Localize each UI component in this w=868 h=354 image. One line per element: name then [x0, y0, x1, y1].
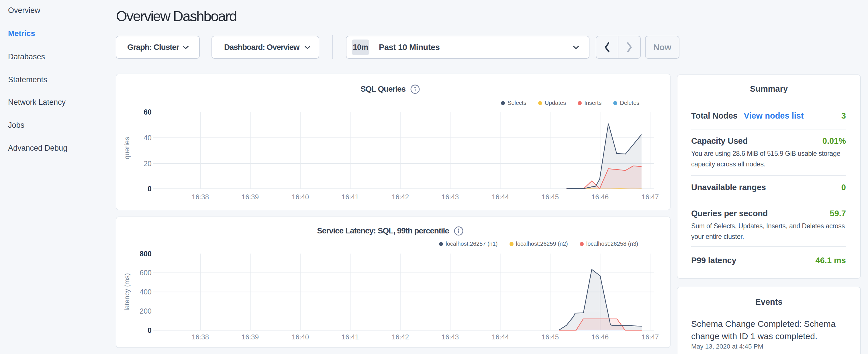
svg-text:600: 600: [140, 269, 152, 277]
svg-text:queries: queries: [123, 137, 131, 160]
svg-text:0: 0: [148, 326, 152, 334]
svg-text:16:44: 16:44: [492, 193, 509, 201]
svg-text:400: 400: [140, 288, 152, 296]
svg-text:16:41: 16:41: [342, 333, 359, 341]
svg-text:16:47: 16:47: [642, 193, 659, 201]
svg-text:16:38: 16:38: [192, 193, 209, 201]
svg-text:40: 40: [144, 134, 152, 142]
svg-text:16:43: 16:43: [442, 333, 459, 341]
svg-text:16:42: 16:42: [392, 333, 409, 341]
svg-text:16:42: 16:42: [392, 193, 409, 201]
svg-text:60: 60: [144, 108, 152, 116]
svg-text:16:43: 16:43: [442, 193, 459, 201]
svg-text:16:40: 16:40: [292, 333, 309, 341]
svg-text:16:41: 16:41: [342, 193, 359, 201]
svg-text:16:38: 16:38: [192, 333, 209, 341]
svg-text:16:46: 16:46: [591, 193, 609, 201]
svg-text:16:46: 16:46: [591, 333, 609, 341]
svg-text:0: 0: [148, 185, 152, 193]
svg-text:16:39: 16:39: [242, 333, 259, 341]
svg-text:16:39: 16:39: [242, 193, 259, 201]
svg-text:16:45: 16:45: [541, 333, 559, 341]
svg-text:16:45: 16:45: [541, 193, 559, 201]
svg-text:16:40: 16:40: [292, 193, 309, 201]
svg-text:200: 200: [140, 307, 152, 315]
svg-text:800: 800: [140, 250, 152, 258]
svg-text:20: 20: [144, 160, 152, 167]
svg-text:latency (ms): latency (ms): [123, 273, 131, 311]
svg-text:16:44: 16:44: [492, 333, 509, 341]
svg-text:16:47: 16:47: [642, 333, 659, 341]
